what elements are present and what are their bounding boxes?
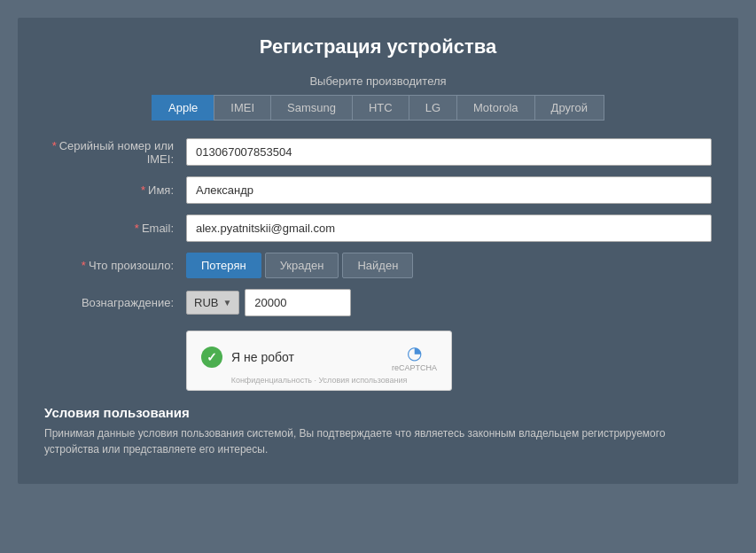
terms-title: Условия пользования	[44, 405, 712, 420]
name-input[interactable]	[186, 176, 712, 204]
tab-other[interactable]: Другой	[534, 95, 604, 121]
reward-row: Вознаграждение: RUB ▼	[44, 289, 712, 316]
captcha-check[interactable]: ✓ Я не робот	[201, 347, 294, 368]
tab-motorola[interactable]: Motorola	[456, 95, 534, 121]
recaptcha-logo: ◔ reCAPTCHA	[392, 342, 437, 372]
status-row: *Что произошло: Потерян Украден Найден	[44, 253, 712, 278]
name-required: *	[141, 183, 145, 197]
checkmark-icon: ✓	[201, 347, 222, 368]
email-input[interactable]	[186, 214, 712, 242]
currency-value: RUB	[194, 296, 218, 309]
captcha-footer: Конфиденциальность · Условия использован…	[201, 376, 437, 385]
email-label: *Email:	[44, 222, 186, 235]
recaptcha-icon: ◔	[407, 342, 422, 363]
tab-imei[interactable]: IMEI	[214, 95, 270, 121]
serial-row: *Серийный номер или IMEI:	[44, 138, 712, 166]
captcha-box: ✓ Я не робот ◔ reCAPTCHA Конфиденциально…	[186, 331, 452, 391]
status-buttons: Потерян Украден Найден	[186, 253, 413, 278]
manufacturer-tabs: Apple IMEI Samsung HTC LG Motorola Друго…	[44, 95, 712, 121]
name-row: *Имя:	[44, 176, 712, 204]
tab-lg[interactable]: LG	[409, 95, 456, 121]
recaptcha-label: reCAPTCHA	[392, 363, 437, 372]
manufacturer-label: Выберите производителя	[44, 74, 712, 88]
reward-label: Вознаграждение:	[44, 296, 186, 309]
serial-label: *Серийный номер или IMEI:	[44, 139, 186, 166]
name-label: *Имя:	[44, 183, 186, 197]
email-required: *	[135, 222, 139, 235]
status-required: *	[82, 259, 86, 272]
status-stolen[interactable]: Украден	[265, 253, 339, 278]
tab-htc[interactable]: HTC	[352, 95, 409, 121]
tab-samsung[interactable]: Samsung	[270, 95, 352, 121]
terms-section: Условия пользования Принимая данные усло…	[44, 405, 712, 457]
page-title: Регистрация устройства	[44, 35, 712, 58]
terms-text: Принимая данные условия пользования сист…	[44, 425, 712, 457]
serial-required: *	[52, 139, 57, 152]
email-row: *Email:	[44, 214, 712, 242]
status-label: *Что произошло:	[44, 259, 186, 272]
status-lost[interactable]: Потерян	[186, 253, 261, 278]
tab-apple[interactable]: Apple	[152, 95, 214, 121]
main-container: Регистрация устройства Выберите производ…	[18, 18, 738, 484]
currency-select[interactable]: RUB ▼	[186, 291, 239, 315]
chevron-down-icon: ▼	[222, 298, 231, 308]
status-found[interactable]: Найден	[342, 253, 413, 278]
serial-input[interactable]	[186, 138, 712, 166]
captcha-text: Я не робот	[231, 350, 294, 364]
captcha-inner: ✓ Я не робот ◔ reCAPTCHA	[201, 342, 437, 372]
reward-amount-input[interactable]	[245, 289, 351, 316]
